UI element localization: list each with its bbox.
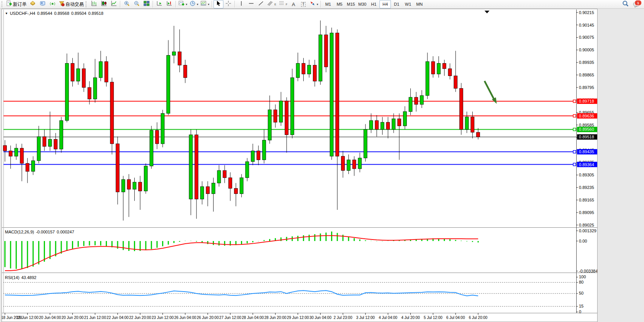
date-label: 19 Jun 12:00 <box>16 316 38 320</box>
chart-title: ▼ USDCHF-,H4 0.89544 0.89568 0.89504 0.8… <box>5 11 104 16</box>
bear-candle <box>352 160 356 168</box>
periods-button[interactable]: ▾ <box>188 0 199 8</box>
templates-icon <box>201 0 207 8</box>
quotes-button[interactable] <box>28 0 38 8</box>
tab-timeframe-m15[interactable]: M15 <box>345 0 357 8</box>
macd-tick-label: 0.001329 <box>579 228 596 233</box>
search-button[interactable] <box>620 0 630 8</box>
bull-candle <box>245 162 249 178</box>
market-watch-button[interactable] <box>38 0 48 8</box>
line-anchor-marker[interactable] <box>573 151 576 153</box>
bull-candle <box>290 78 294 135</box>
auto-scroll-button[interactable] <box>155 0 164 8</box>
tab-timeframe-m1[interactable]: M1 <box>322 0 334 8</box>
toolbar-grip[interactable] <box>2 1 4 7</box>
bar-chart-button[interactable] <box>89 0 99 8</box>
line-anchor-marker[interactable] <box>573 163 576 166</box>
ohlc-low: 0.89504 <box>71 11 86 16</box>
level-price-badge: 0.89560 <box>579 127 594 132</box>
zoom-in-button[interactable] <box>122 0 132 8</box>
bull-candle <box>14 148 18 156</box>
level-price-badge: 0.89364 <box>579 162 594 167</box>
new-order-label: 新订单 <box>13 1 27 8</box>
date-label: 3 Jul 12:00 <box>356 316 375 320</box>
channel-button[interactable]: E <box>266 0 277 8</box>
chart-canvas[interactable]: 0.902150.901450.900750.900050.899350.898… <box>2 9 597 322</box>
ohlc-high: 0.89568 <box>54 11 69 16</box>
tab-timeframe-w1[interactable]: W1 <box>402 0 414 8</box>
bull-candle <box>364 129 367 158</box>
symbol-dropdown-icon[interactable]: ▼ <box>5 12 8 15</box>
cursor-button[interactable] <box>214 0 223 8</box>
price-tick-label: 0.90215 <box>579 10 594 15</box>
candlestick-chart-button[interactable] <box>99 0 109 8</box>
chevron-down-icon: ▾ <box>186 3 187 6</box>
chevron-down-icon: ▾ <box>317 3 318 6</box>
price-tick-label: 0.89305 <box>579 173 594 177</box>
bull-candle <box>296 63 300 78</box>
date-label: 4 Jul 20:00 <box>401 316 420 320</box>
ohlc-open: 0.89544 <box>37 11 53 16</box>
arrows-button[interactable]: ▾ <box>308 0 319 8</box>
bear-candle <box>105 62 108 82</box>
line-anchor-marker[interactable] <box>573 100 576 103</box>
fibonacci-button[interactable]: F <box>277 0 289 8</box>
toolbar-grip[interactable] <box>86 1 88 7</box>
bear-candle <box>82 69 86 87</box>
text-button[interactable]: A <box>289 0 298 8</box>
new-order-button[interactable]: 新订单 <box>5 0 28 8</box>
tab-timeframe-m5[interactable]: M5 <box>334 0 345 8</box>
tab-timeframe-h1[interactable]: H1 <box>368 0 379 8</box>
text-label-button[interactable]: T <box>298 0 308 8</box>
rsi-value: 43.4892 <box>21 275 37 280</box>
bull-candle <box>330 33 333 156</box>
trendline-button[interactable] <box>256 0 266 8</box>
bear-candle <box>139 182 142 191</box>
signals-button[interactable] <box>48 0 57 8</box>
line-anchor-marker[interactable] <box>573 128 576 131</box>
chart-shift-icon <box>166 0 172 8</box>
fibo-letter: F <box>286 3 287 6</box>
horizontal-line-icon <box>248 0 254 8</box>
line-chart-button[interactable] <box>109 0 119 8</box>
indicators-button[interactable]: ▾ <box>177 0 188 8</box>
horizontal-line-button[interactable] <box>246 0 256 8</box>
cursor-icon <box>215 0 222 8</box>
tab-timeframe-h4[interactable]: H4 <box>379 0 391 8</box>
bull-candle <box>161 113 164 144</box>
crosshair-button[interactable] <box>223 0 233 8</box>
crosshair-icon <box>225 0 231 8</box>
price-tick-label: 0.89935 <box>579 60 594 65</box>
price-tick-label: 0.89585 <box>579 123 594 127</box>
bear-candle <box>443 63 446 69</box>
price-tick-label: 0.90005 <box>579 48 594 52</box>
line-anchor-marker[interactable] <box>573 114 576 117</box>
current-price-badge: 0.89518 <box>579 135 594 139</box>
bear-candle <box>206 187 209 194</box>
bear-candle <box>341 156 345 171</box>
rsi-tick-label: 0 <box>579 309 581 314</box>
bear-candle <box>183 65 187 78</box>
chat-button[interactable]: 1 <box>633 0 641 8</box>
price-tick-label: 0.89165 <box>579 198 594 202</box>
bear-candle <box>234 189 238 194</box>
bull-candle <box>465 117 469 130</box>
bear-candle <box>285 101 289 135</box>
tile-windows-button[interactable] <box>142 0 151 8</box>
macd-name: MACD(12,26,9) <box>5 230 34 234</box>
bull-candle <box>65 63 69 121</box>
vertical-line-icon <box>238 0 244 8</box>
line-chart-icon <box>111 0 117 8</box>
templates-button[interactable]: ▾ <box>199 0 210 8</box>
tab-timeframe-mn[interactable]: MN <box>414 0 425 8</box>
chart-shift-button[interactable] <box>164 0 174 8</box>
auto-trading-icon <box>59 0 65 8</box>
tab-timeframe-d1[interactable]: D1 <box>391 0 402 8</box>
auto-trading-button[interactable]: 自动交易 <box>57 0 85 8</box>
rsi-tick-label: 15 <box>579 304 583 308</box>
zoom-out-button[interactable] <box>132 0 142 8</box>
channel-icon <box>267 0 273 8</box>
bull-candle <box>308 65 311 74</box>
vertical-line-button[interactable] <box>236 0 246 8</box>
tab-timeframe-m30[interactable]: M30 <box>357 0 368 8</box>
